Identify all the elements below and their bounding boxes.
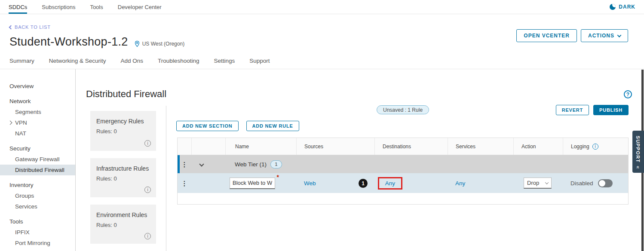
sidebar-item-gateway-firewall[interactable]: Gateway Firewall — [0, 154, 75, 165]
sddc-location: US West (Oregon) — [134, 37, 184, 47]
chevron-down-icon[interactable] — [199, 162, 204, 166]
rule-action-cell: Drop — [513, 173, 563, 193]
info-icon[interactable]: i — [144, 140, 151, 147]
publish-button[interactable]: PUBLISH — [593, 105, 629, 115]
top-nav-item-sddcs[interactable]: SDDCs — [9, 0, 27, 14]
required-asterisk: * — [277, 174, 279, 181]
header-cell-name: Name — [225, 138, 296, 155]
page-heading: Distributed Firewall — [86, 89, 166, 100]
tab-support[interactable]: Support — [249, 58, 270, 68]
header-cell-services: Services — [448, 138, 513, 155]
back-to-list-label: BACK TO LIST — [15, 24, 51, 30]
category-panel-infrastructure-rules[interactable]: Infrastructure Rules Rules: 0 i — [90, 158, 156, 197]
section-rule-count-badge[interactable]: 1 — [270, 160, 282, 168]
page-title: Student-Workshop-1.2 — [9, 35, 128, 49]
moon-icon — [610, 4, 616, 10]
top-nav-item-tools[interactable]: Tools — [90, 0, 103, 14]
annotation-highlight-box: Any — [378, 177, 402, 190]
tab-networking-security[interactable]: Networking & Security — [49, 58, 106, 68]
tab-settings[interactable]: Settings — [214, 58, 235, 68]
tabs-divider — [0, 69, 644, 69]
chevron-right-icon — [8, 121, 12, 125]
category-title: Emergency Rules — [96, 116, 150, 127]
chevron-down-icon — [545, 181, 549, 184]
section-name: Web Tier (1) — [235, 161, 267, 168]
firewall-rules-table: Name Sources Destinations Services Actio… — [177, 138, 629, 205]
sidebar-item-services[interactable]: Services — [0, 201, 75, 212]
location-label: US West (Oregon) — [142, 41, 184, 47]
section-row-web-tier: ⋮ Web Tier (1) 1 — [178, 155, 628, 173]
annotation-step-marker: 1 — [359, 179, 368, 188]
header-cell-sources: Sources — [296, 138, 374, 155]
rule-services-link[interactable]: Any — [455, 180, 465, 187]
category-rule-count: Rules: 0 — [96, 128, 150, 135]
category-rule-count: Rules: 0 — [96, 175, 150, 182]
category-title: Environment Rules — [96, 210, 150, 220]
kebab-menu-icon[interactable]: ⋮ — [181, 180, 188, 187]
category-rule-count: Rules: 0 — [96, 222, 150, 228]
location-pin-icon — [134, 40, 140, 47]
category-panel-environment-rules[interactable]: Environment Rules Rules: 0 i — [90, 205, 156, 244]
rule-logging-cell: Disabled — [563, 173, 628, 193]
dark-theme-toggle[interactable]: DARK — [610, 0, 635, 14]
tab-summary[interactable]: Summary — [9, 58, 34, 68]
rule-name-input[interactable] — [230, 178, 275, 189]
support-tab[interactable]: SUPPORT « — [632, 131, 644, 173]
tab-troubleshooting[interactable]: Troubleshooting — [158, 58, 199, 68]
open-vcenter-button[interactable]: OPEN VCENTER — [516, 29, 577, 42]
header-cell-drag — [178, 138, 191, 155]
sidebar-item-port-mirroring[interactable]: Port Mirroring — [0, 238, 75, 248]
rule-row: ⋮ * Web 1 Any Any Drop Disa — [178, 173, 628, 193]
panel-table-divider — [166, 106, 166, 251]
logging-state-label: Disabled — [570, 180, 593, 187]
dark-theme-label: DARK — [619, 4, 635, 10]
rule-sources-link[interactable]: Web — [304, 180, 316, 187]
kebab-menu-icon[interactable]: ⋮ — [181, 161, 188, 168]
rule-menu-cell: ⋮ — [178, 180, 191, 187]
sidebar-item-ipfix[interactable]: IPFIX — [0, 227, 75, 238]
rule-destinations-link[interactable]: Any — [385, 180, 395, 187]
rule-services-cell: Any — [448, 173, 513, 193]
table-header-row: Name Sources Destinations Services Actio… — [178, 138, 628, 155]
sidebar-group-tools: Tools — [0, 216, 75, 227]
left-sidebar: Overview Network Segments VPN NAT Securi… — [0, 69, 76, 251]
logging-info-icon[interactable]: i — [592, 144, 598, 150]
sidebar-group-network: Network — [0, 96, 75, 107]
chevron-left-icon — [9, 25, 13, 29]
header-cell-destinations: Destinations — [374, 138, 448, 155]
sidebar-item-segments[interactable]: Segments — [0, 107, 75, 117]
sidebar-item-nat[interactable]: NAT — [0, 128, 75, 139]
logging-toggle[interactable] — [598, 179, 613, 187]
sidebar-group-security: Security — [0, 143, 75, 154]
actions-button[interactable]: ACTIONS — [581, 29, 628, 42]
chevron-down-icon — [617, 33, 622, 37]
top-nav-item-subscriptions[interactable]: Subscriptions — [42, 0, 75, 14]
category-panel-emergency-rules[interactable]: Emergency Rules Rules: 0 i — [90, 111, 156, 151]
sidebar-item-overview[interactable]: Overview — [0, 81, 75, 92]
unsaved-changes-badge: Unsaved : 1 Rule — [377, 105, 429, 114]
add-new-section-button[interactable]: ADD NEW SECTION — [176, 121, 239, 131]
section-menu-cell: ⋮ — [178, 161, 191, 168]
header-cell-action: Action — [513, 138, 563, 155]
section-expand-cell — [191, 162, 225, 166]
info-icon[interactable]: i — [144, 187, 151, 193]
revert-button[interactable]: REVERT — [556, 105, 589, 115]
sddc-tabs: Summary Networking & Security Add Ons Tr… — [9, 58, 270, 68]
tab-add-ons[interactable]: Add Ons — [121, 58, 144, 68]
action-dropdown[interactable]: Drop — [524, 178, 552, 189]
rule-destinations-cell: 1 Any — [374, 173, 448, 193]
top-nav-item-developer-center[interactable]: Developer Center — [118, 0, 162, 14]
sidebar-item-vpn[interactable]: VPN — [0, 117, 75, 128]
header-cell-logging: Logging i — [563, 138, 628, 155]
sidebar-group-inventory: Inventory — [0, 180, 75, 190]
sidebar-item-distributed-firewall[interactable]: Distributed Firewall — [0, 165, 75, 175]
help-icon[interactable]: ? — [624, 90, 632, 98]
header-cell-expand — [191, 138, 225, 155]
top-nav: SDDCs Subscriptions Tools Developer Cent… — [0, 0, 644, 14]
sidebar-item-groups[interactable]: Groups — [0, 190, 75, 201]
chevrons-expand-icon: « — [635, 166, 641, 168]
back-to-list-link[interactable]: BACK TO LIST — [9, 24, 51, 30]
info-icon[interactable]: i — [144, 233, 151, 239]
category-title: Infrastructure Rules — [96, 164, 150, 174]
add-new-rule-button[interactable]: ADD NEW RULE — [246, 121, 299, 131]
